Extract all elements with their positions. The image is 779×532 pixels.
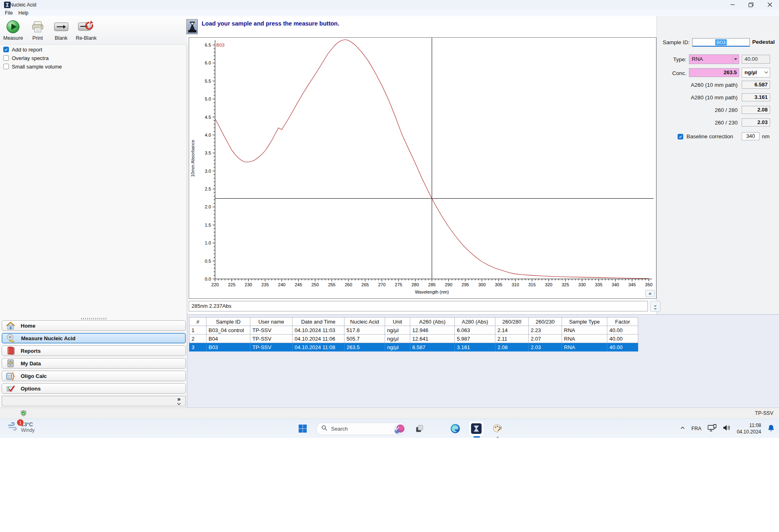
option-label: Small sample volume (12, 64, 62, 70)
menu-file[interactable]: File (5, 10, 13, 16)
svg-text:345: 345 (628, 282, 636, 287)
sidebar-item-home[interactable]: Home (2, 320, 186, 331)
column-header[interactable]: # (189, 317, 207, 326)
blank-icon (54, 19, 69, 35)
baseline-wavelength-input[interactable]: 340 (742, 132, 760, 140)
sidebar-item-oligo-calc[interactable]: Oligo Calc (2, 371, 186, 381)
sidebar-item-label: Oligo Calc (21, 373, 47, 379)
menu-help[interactable]: Help (18, 10, 28, 16)
column-header[interactable]: 260/230 (529, 317, 562, 326)
close-button[interactable] (760, 0, 779, 9)
option-add-to-report[interactable]: Add to report (3, 46, 62, 53)
sidebar-collapse-button[interactable]: » (2, 396, 186, 406)
sample-id-input[interactable]: B03 (692, 38, 750, 47)
option-overlay-spectra[interactable]: Overlay spectra (3, 55, 62, 61)
sample-id-label: Sample ID: (658, 39, 690, 45)
column-header[interactable]: User name (250, 317, 293, 326)
svg-text:285: 285 (428, 282, 435, 287)
table-cell: ng/µl (385, 335, 410, 343)
measure-icon (6, 19, 20, 35)
baseline-correction-label: Baseline correction (686, 133, 739, 139)
minimize-button[interactable] (723, 0, 742, 9)
table-cell: 04.10.2024 11:06 (293, 335, 344, 343)
table-cell: 517.8 (344, 326, 385, 335)
column-header[interactable]: Sample Type (562, 317, 607, 326)
network-icon[interactable] (708, 424, 717, 433)
conc-unit-dropdown[interactable]: ng/µl (742, 68, 770, 77)
column-header[interactable]: 260/280 (495, 317, 529, 326)
sidebar-item-my-data[interactable]: My Data (2, 358, 186, 369)
table-cell: 12.946 (410, 326, 455, 335)
tray-chevron-up-icon[interactable] (680, 425, 685, 432)
volume-icon[interactable] (723, 425, 731, 433)
sample-id-value: B03 (715, 39, 726, 45)
blank-button[interactable]: Blank (52, 19, 70, 41)
search-highlights-image[interactable] (394, 424, 405, 435)
svg-text:350: 350 (645, 282, 652, 287)
svg-text:6.0: 6.0 (205, 60, 211, 65)
table-row[interactable]: 2B04TP-SSV04.10.2024 11:06505.7ng/µl12.6… (189, 335, 638, 343)
table-cell: 12.641 (410, 335, 455, 343)
reblank-button[interactable]: Re-Blank (76, 19, 97, 41)
column-header[interactable]: A280 (Abs) (455, 317, 495, 326)
splitter-gripper[interactable] (81, 318, 107, 320)
security-shield-icon (20, 410, 27, 418)
table-row[interactable]: 3B03TP-SSV04.10.2024 11:08263.5ng/µl6.58… (189, 343, 638, 352)
restore-button[interactable] (742, 0, 760, 9)
print-button[interactable]: Print (29, 19, 47, 41)
table-row[interactable]: 1B03_04 controlTP-SSV04.10.2024 11:03517… (189, 326, 638, 335)
table-cell: 6.063 (455, 326, 495, 335)
svg-text:340: 340 (612, 282, 619, 287)
weather-widget[interactable]: 1 13°C Windy (7, 421, 34, 433)
sidebar-item-label: Measure Nucleic Acid (21, 335, 75, 341)
svg-text:295: 295 (462, 282, 469, 287)
column-header[interactable]: A260 (Abs) (410, 317, 455, 326)
edge-browser-icon[interactable] (448, 421, 463, 436)
notification-bell-icon[interactable] (767, 424, 775, 433)
column-header[interactable]: Sample ID (207, 317, 250, 326)
toolbar: Measure Print Blank Re-Blank (0, 16, 187, 45)
nanodrop-app-icon[interactable] (469, 421, 484, 436)
type-value: RNA (692, 56, 703, 62)
checkbox[interactable] (3, 64, 9, 69)
svg-text:250: 250 (312, 282, 319, 287)
svg-text:320: 320 (545, 282, 552, 287)
option-small-sample-volume[interactable]: Small sample volume (3, 63, 62, 70)
svg-text:300: 300 (478, 282, 486, 287)
svg-text:315: 315 (528, 282, 536, 287)
type-dropdown[interactable]: RNA (689, 54, 739, 64)
column-header[interactable]: Unit (385, 317, 410, 326)
chevrons-down-icon: ⌄⌄ (653, 304, 657, 309)
measure-button[interactable]: Measure (3, 19, 23, 41)
measure-icon (6, 333, 16, 343)
sidebar-item-reports[interactable]: Reports (2, 345, 186, 356)
oligo-icon (5, 371, 16, 381)
sidebar-item-options[interactable]: Options (2, 383, 186, 394)
svg-text:2.5: 2.5 (205, 187, 211, 191)
keyboard-language[interactable]: FRA (691, 426, 702, 431)
table-cell: 40.00 (607, 343, 638, 352)
table-cell: TP-SSV (250, 343, 293, 352)
svg-text:255: 255 (328, 282, 336, 287)
column-header[interactable]: Factor (607, 317, 638, 326)
table-cell: TP-SSV (250, 335, 293, 343)
search-box[interactable]: Search (316, 423, 406, 435)
baseline-correction-checkbox[interactable] (678, 133, 683, 140)
tool-label: Re-Blank (76, 35, 97, 41)
sidebar-item-measure-nucleic-acid[interactable]: Measure Nucleic Acid (2, 333, 186, 343)
baseline-unit-label: nm (762, 133, 773, 139)
start-button[interactable] (295, 421, 310, 436)
pedestal-status-icon (186, 19, 198, 34)
checkbox[interactable] (3, 47, 9, 52)
paint-app-icon[interactable] (490, 421, 505, 436)
spectrum-chart[interactable]: 2202252302352402452502552602652702752802… (189, 37, 656, 299)
clock[interactable]: 11:08 04.10.2024 (737, 422, 761, 435)
desktop: Nucleic Acid FileHelp Measure Print Blan… (0, 0, 779, 532)
checkbox[interactable] (3, 55, 9, 61)
expand-panel-button[interactable]: ⌄⌄ (650, 301, 661, 312)
column-header[interactable]: Nucleic Acid (344, 317, 385, 326)
collapse-chart-button[interactable]: « (645, 290, 655, 297)
chevrons-right-icon: » (177, 397, 181, 405)
task-view-button[interactable] (412, 421, 427, 436)
column-header[interactable]: Date and Time (293, 317, 344, 326)
